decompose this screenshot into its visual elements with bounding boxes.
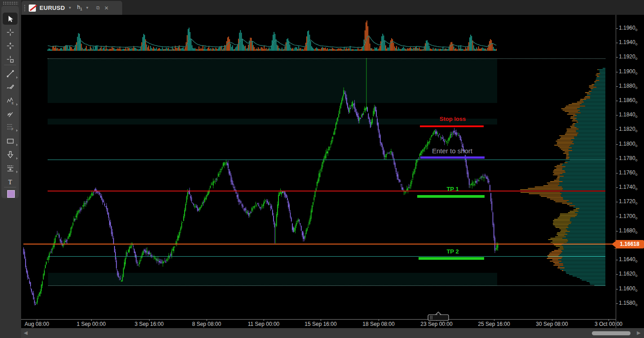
time-axis[interactable]: Aug 08:001 Sep 00:003 Sep 16:008 Sep 08:… xyxy=(21,319,616,329)
supply-zone-thin[interactable] xyxy=(48,119,497,125)
price-axis-label: 1.16400 xyxy=(619,256,637,263)
scroll-right-icon[interactable]: ▶ xyxy=(637,330,640,336)
price-axis-tick xyxy=(616,187,618,188)
price-axis-tick xyxy=(616,115,618,116)
text-icon: T xyxy=(6,177,15,186)
tool-options-caret-icon[interactable] xyxy=(14,102,18,106)
price-axis-tick xyxy=(616,217,618,217)
crosshair-icon xyxy=(6,28,15,37)
arrow-down-tool[interactable] xyxy=(3,148,18,160)
tool-options-caret-icon[interactable] xyxy=(14,169,18,173)
trading-app-window: EURUSD ▼ h1 ▼ ⧉ ✕ EFT Stop lossEnter to … xyxy=(0,0,644,338)
stop-loss-line[interactable] xyxy=(420,125,484,127)
rectangle-tool[interactable] xyxy=(3,135,18,147)
time-axis-label: 25 Sep 16:00 xyxy=(478,321,510,327)
toolbar-drag-grip-icon[interactable] xyxy=(3,1,18,4)
tab-drag-grip-icon[interactable] xyxy=(24,4,26,12)
svg-text:T: T xyxy=(8,178,12,185)
time-axis-label: 15 Sep 16:00 xyxy=(304,321,336,327)
toolbar-separator xyxy=(4,187,16,187)
price-axis-tick xyxy=(616,274,618,275)
price-axis[interactable]: 1.196001.194001.192001.190001.188001.186… xyxy=(616,15,644,328)
tp-1-line[interactable] xyxy=(417,195,485,198)
stop-loss-label[interactable]: Stop loss xyxy=(440,116,466,122)
price-axis-label: 1.16000 xyxy=(619,285,637,292)
trend-line-tool[interactable] xyxy=(3,67,18,80)
scroll-left-icon[interactable]: ◀ xyxy=(24,330,27,336)
fib-fan-tool[interactable] xyxy=(3,108,18,120)
time-axis-label: 3 Sep 16:00 xyxy=(135,321,164,327)
time-axis-label: 11 Sep 00:00 xyxy=(248,321,280,327)
fib-retracement-icon: F xyxy=(6,122,15,131)
toolbar-panel: EFT xyxy=(1,6,19,198)
red-level-line[interactable] xyxy=(48,191,605,191)
tp-2-line[interactable] xyxy=(419,257,484,260)
tab-eurusd[interactable]: EURUSD ▼ h1 ▼ ⧉ ✕ xyxy=(22,1,122,15)
text-tool[interactable]: T xyxy=(3,175,18,187)
price-axis-tick xyxy=(616,57,618,58)
demand-zone-lower[interactable] xyxy=(48,273,497,286)
price-axis-label: 1.16800 xyxy=(619,227,637,235)
fib-retracement-tool[interactable]: F xyxy=(3,120,18,133)
tab-bar: EURUSD ▼ h1 ▼ ⧉ ✕ xyxy=(20,0,644,15)
enter-to-short-label[interactable]: Enter to short xyxy=(432,147,472,155)
tool-options-caret-icon[interactable] xyxy=(14,142,18,146)
tp-1-label[interactable]: TP 1 xyxy=(446,186,459,192)
price-axis-tick xyxy=(616,86,618,87)
price-axis-tick xyxy=(616,101,618,101)
horizontal-scrollbar[interactable]: ◀ ▶ xyxy=(21,328,644,338)
price-axis-label: 1.17600 xyxy=(619,169,637,177)
toolbar-separator xyxy=(4,65,16,65)
teal-resistance-line[interactable] xyxy=(48,160,605,160)
pointer-tool[interactable] xyxy=(3,13,18,25)
crosshair-tool[interactable] xyxy=(3,26,18,38)
crosshair-box-tool[interactable] xyxy=(3,53,18,65)
price-axis-tick xyxy=(616,144,618,145)
tool-options-caret-icon[interactable] xyxy=(14,128,18,132)
freehand-draw-tool[interactable] xyxy=(3,81,18,93)
tool-options-caret-icon[interactable] xyxy=(14,156,18,160)
tool-options-caret-icon[interactable] xyxy=(14,75,18,79)
price-axis-label: 1.17400 xyxy=(619,184,637,191)
elliott-wave-icon: E xyxy=(6,96,15,105)
time-axis-label: 18 Sep 08:00 xyxy=(362,321,394,327)
price-axis-tick xyxy=(616,129,618,130)
chart-scroll-handle[interactable] xyxy=(428,311,450,323)
collapse-lines-tool[interactable] xyxy=(3,162,18,174)
tp-2-label[interactable]: TP 2 xyxy=(446,248,459,255)
symbol-dropdown-caret-icon[interactable]: ▼ xyxy=(68,6,72,10)
color-swatch[interactable] xyxy=(7,190,15,198)
crosshair-sync-tool[interactable] xyxy=(3,40,18,52)
elliott-wave-tool[interactable]: E xyxy=(3,94,18,107)
enter-to-short-line[interactable] xyxy=(420,156,485,159)
price-axis-label: 1.19200 xyxy=(619,53,637,61)
crosshair-sync-icon xyxy=(6,41,15,50)
fib-fan-icon xyxy=(6,110,15,119)
symbol-chart-icon xyxy=(29,4,36,12)
arrow-down-icon xyxy=(6,150,15,159)
tab-close-icon[interactable]: ✕ xyxy=(104,5,109,11)
dotted-top-boundary xyxy=(48,58,605,59)
time-axis-label: 1 Sep 00:00 xyxy=(77,321,106,327)
cyan-support-line[interactable] xyxy=(48,256,605,257)
price-axis-label: 1.16200 xyxy=(619,271,637,278)
price-axis-label: 1.17800 xyxy=(619,155,637,162)
popout-icon[interactable]: ⧉ xyxy=(96,5,100,11)
timeframe-dropdown-caret-icon[interactable]: ▼ xyxy=(85,6,89,10)
timeframe-label[interactable]: h1 xyxy=(77,4,83,11)
price-axis-label: 1.17200 xyxy=(619,198,637,205)
price-axis-tick xyxy=(616,159,618,159)
current-price-line[interactable] xyxy=(23,244,616,245)
price-axis-label: 1.17000 xyxy=(619,213,637,220)
scrollbar-thumb[interactable] xyxy=(592,331,631,335)
trend-line-icon xyxy=(6,69,15,78)
crosshair-box-icon xyxy=(6,55,15,64)
supply-zone-upper[interactable] xyxy=(48,59,497,103)
time-axis-label: 8 Sep 08:00 xyxy=(192,321,221,327)
price-axis-label: 1.18600 xyxy=(619,97,637,104)
collapse-lines-icon xyxy=(6,164,15,173)
price-axis-tick xyxy=(616,173,618,173)
dotted-bottom-boundary xyxy=(48,285,605,286)
rectangle-icon xyxy=(6,137,15,146)
price-axis-tick xyxy=(616,260,618,260)
